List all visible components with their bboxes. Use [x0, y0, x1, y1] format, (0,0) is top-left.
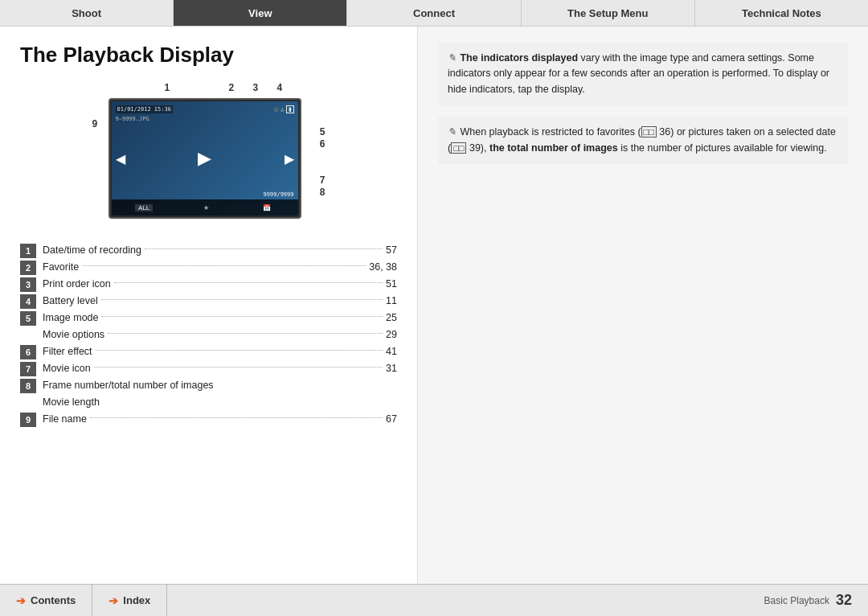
note-text-2d: is the number of pictures available for … — [618, 142, 827, 154]
diag-num-6: 6 — [320, 138, 326, 150]
list-sub-item: Movie options 29 — [20, 327, 397, 343]
battery-icon: ▮ — [286, 105, 294, 113]
page-title: The Playback Display — [20, 43, 397, 68]
page-number: 32 — [836, 592, 852, 609]
item-text-2: Favorite 36, 38 — [43, 260, 397, 275]
diag-num-1: 1 — [165, 82, 170, 93]
diag-num-4: 4 — [277, 82, 283, 93]
right-panel: ✎ The indicators displayed vary with the… — [418, 27, 868, 584]
note-text-2a: When playback is restricted to favorites… — [460, 126, 641, 138]
nav-connect-label: Connect — [413, 7, 455, 19]
hud-top: 01/01/2012 15:36 ☆ △ ▮ — [116, 105, 294, 113]
list-item: 3 Print order icon 51 — [20, 277, 397, 293]
screen-tabs: ALL ★ 📅 — [112, 199, 298, 216]
main-content: The Playback Display 1 2 3 4 5 6 7 8 9 0… — [0, 27, 868, 584]
item-num-8: 8 — [20, 379, 36, 393]
list-item: 4 Battery level 11 — [20, 294, 397, 310]
item-text-4: Battery level 11 — [43, 294, 397, 309]
nav-view-label: View — [248, 7, 272, 19]
filename-display: 9—9999.JPG — [116, 116, 149, 122]
left-panel: The Playback Display 1 2 3 4 5 6 7 8 9 0… — [0, 27, 418, 584]
tab-star: ★ — [200, 204, 212, 211]
note-icon-2: ✎ — [448, 126, 456, 138]
list-item: 2 Favorite 36, 38 — [20, 260, 397, 276]
note-block-2: ✎ When playback is restricted to favorit… — [438, 117, 848, 164]
print-icon: △ — [280, 106, 284, 113]
item-text-9: File name 67 — [43, 412, 397, 427]
star-icon: ☆ — [273, 106, 279, 113]
camera-screen: 01/01/2012 15:36 ☆ △ ▮ 9—9999.JPG ◀ ▶ ▶ … — [112, 101, 298, 216]
item-num-7: 7 — [20, 362, 36, 376]
nav-setup-menu-label: The Setup Menu — [567, 7, 648, 19]
bottom-left: ➔ Contents ➔ Index — [0, 585, 167, 616]
play-icon: ▶ — [198, 148, 211, 169]
ref-icon-2: □□ — [451, 142, 466, 154]
nav-technical-notes-label: Technical Notes — [742, 7, 821, 19]
top-navigation: Shoot View Connect The Setup Menu Techni… — [0, 0, 868, 27]
item-num-4: 4 — [20, 294, 36, 309]
nav-shoot[interactable]: Shoot — [0, 0, 174, 26]
nav-setup-menu[interactable]: The Setup Menu — [522, 0, 695, 26]
item-num-6: 6 — [20, 345, 36, 359]
camera-diagram: 1 2 3 4 5 6 7 8 9 01/01/2012 15:36 ☆ △ ▮ — [88, 82, 330, 235]
diag-num-3: 3 — [253, 82, 259, 93]
list-sub-item: Movie length — [20, 395, 397, 411]
camera-screen-box: 01/01/2012 15:36 ☆ △ ▮ 9—9999.JPG ◀ ▶ ▶ … — [108, 98, 301, 219]
item-text-7: Movie icon 31 — [43, 361, 397, 376]
item-num-3: 3 — [20, 277, 36, 292]
item-text-6: Filter effect 41 — [43, 344, 397, 359]
contents-button[interactable]: ➔ Contents — [0, 585, 92, 616]
item-num-5: 5 — [20, 311, 36, 326]
tab-all: ALL — [135, 204, 153, 211]
note-bold-text-2: the total number of images — [489, 142, 618, 154]
list-item: 7 Movie icon 31 — [20, 361, 397, 377]
diag-num-9: 9 — [92, 118, 98, 129]
note-block-1: ✎ The indicators displayed vary with the… — [438, 43, 848, 105]
tab-calendar: 📅 — [260, 204, 274, 211]
datetime-display: 01/01/2012 15:36 — [116, 105, 173, 113]
diag-num-2: 2 — [229, 82, 235, 93]
diag-num-8: 8 — [320, 187, 326, 198]
items-list: 1 Date/time of recording 57 2 Favorite 3… — [20, 243, 397, 428]
index-label: Index — [123, 594, 150, 606]
note-icon-1: ✎ — [448, 52, 456, 64]
item-text-8: Frame number/total number of images — [43, 378, 397, 393]
list-item: 6 Filter effect 41 — [20, 344, 397, 360]
ref-icon-1: □□ — [641, 126, 657, 138]
index-button[interactable]: ➔ Index — [92, 585, 167, 616]
contents-label: Contents — [31, 594, 76, 606]
list-item: 8 Frame number/total number of images — [20, 378, 397, 394]
nav-view[interactable]: View — [174, 0, 347, 26]
list-item: 1 Date/time of recording 57 — [20, 243, 397, 259]
sub-item-text-8: Movie length — [43, 395, 397, 410]
top-right-icons: ☆ △ ▮ — [273, 105, 293, 113]
nav-connect[interactable]: Connect — [347, 0, 521, 26]
item-text-5: Image mode 25 — [43, 310, 397, 326]
section-label: Basic Playback — [764, 595, 829, 606]
item-text-3: Print order icon 51 — [43, 277, 397, 292]
list-item: 9 File name 67 — [20, 412, 397, 428]
contents-arrow-icon: ➔ — [16, 594, 26, 607]
index-arrow-icon: ➔ — [108, 594, 118, 607]
nav-shoot-label: Shoot — [72, 7, 101, 19]
item-num-1: 1 — [20, 244, 36, 258]
item-text-1: Date/time of recording 57 — [43, 243, 397, 258]
diag-num-5: 5 — [320, 126, 326, 138]
item-num-9: 9 — [20, 413, 36, 427]
sub-item-text-5: Movie options 29 — [43, 327, 397, 343]
frame-counter: 9999/9999 — [264, 191, 294, 198]
list-item: 5 Image mode 25 — [20, 310, 397, 326]
diag-num-7: 7 — [320, 175, 326, 186]
note-text-2c: 39), — [466, 142, 489, 154]
nav-arrow-right: ▶ — [285, 151, 294, 166]
bottom-bar: ➔ Contents ➔ Index Basic Playback 32 — [0, 584, 868, 616]
nav-technical-notes[interactable]: Technical Notes — [695, 0, 868, 26]
bottom-right: Basic Playback 32 — [764, 592, 868, 609]
nav-arrow-left: ◀ — [116, 151, 125, 166]
item-num-2: 2 — [20, 261, 36, 275]
note-bold-text-1: The indicators displayed — [460, 52, 578, 64]
